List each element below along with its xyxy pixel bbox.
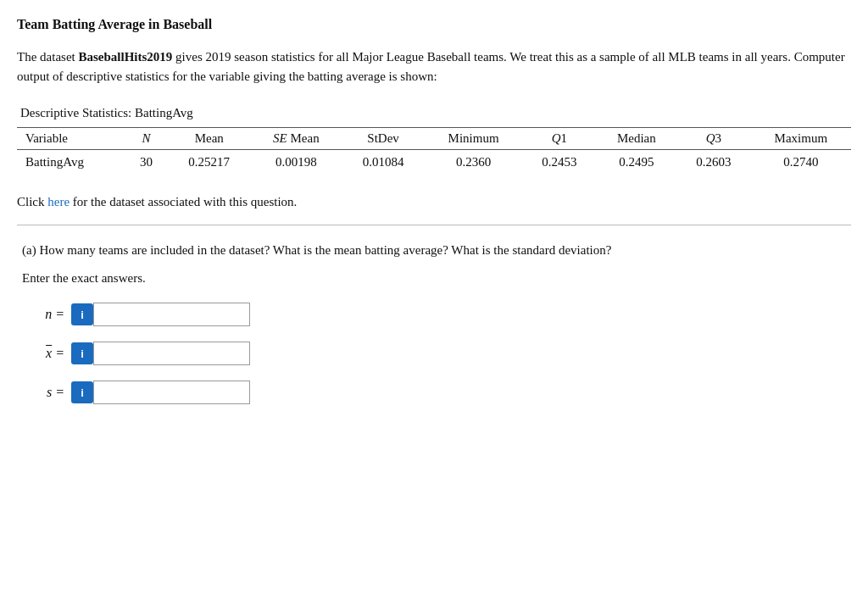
col-header-stdev: StDev [342,127,425,149]
cell-maximum: 0.2740 [751,149,851,175]
stats-table: Variable N Mean SE Mean StDev Minimum Q1… [17,127,851,175]
col-header-n: N [125,127,167,149]
answer-input-s[interactable] [93,381,250,404]
stats-section: Descriptive Statistics: BattingAvg Varia… [17,106,851,175]
enter-text: Enter the exact answers. [22,271,846,286]
col-header-mean: Mean [167,127,250,149]
col-header-minimum: Minimum [425,127,522,149]
label-n: n = [22,307,64,322]
description-bold: BaseballHits2019 [78,50,172,64]
label-s: s = [22,385,64,400]
label-xbar: x = [22,346,64,361]
input-group-xbar: i [71,342,250,365]
page-title: Team Batting Average in Baseball [17,17,851,32]
col-header-q3: Q3 [676,127,751,149]
cell-se-mean: 0.00198 [251,149,342,175]
divider [17,225,851,225]
cell-n: 30 [125,149,167,175]
click-line: Click here for the dataset associated wi… [17,195,851,209]
click-after: for the dataset associated with this que… [70,195,297,208]
cell-median: 0.2495 [597,149,676,175]
answer-input-xbar[interactable] [93,342,250,365]
col-header-q1: Q1 [522,127,597,149]
input-row-n: n = i [22,303,846,326]
col-header-maximum: Maximum [751,127,851,149]
cell-q3: 0.2603 [676,149,751,175]
answer-input-n[interactable] [93,303,250,326]
input-group-s: i [71,381,250,404]
col-header-se-mean: SE Mean [251,127,342,149]
cell-variable: BattingAvg [17,149,125,175]
cell-stdev: 0.01084 [342,149,425,175]
input-row-xbar: x = i [22,342,846,365]
cell-minimum: 0.2360 [425,149,522,175]
description-before-bold: The dataset [17,50,78,64]
info-button-n[interactable]: i [71,303,93,325]
input-group-n: i [71,303,250,326]
info-button-xbar[interactable]: i [71,342,93,364]
col-header-median: Median [597,127,676,149]
cell-mean: 0.25217 [167,149,250,175]
click-before: Click [17,195,47,208]
here-link[interactable]: here [47,195,70,208]
col-header-variable: Variable [17,127,125,149]
cell-q1: 0.2453 [522,149,597,175]
table-row: BattingAvg 30 0.25217 0.00198 0.01084 0.… [17,149,851,175]
description: The dataset BaseballHits2019 gives 2019 … [17,47,851,87]
info-button-s[interactable]: i [71,381,93,403]
stats-label: Descriptive Statistics: BattingAvg [20,106,851,120]
input-row-s: s = i [22,381,846,404]
question-section: (a) How many teams are included in the d… [17,241,851,405]
question-text: (a) How many teams are included in the d… [22,241,846,260]
